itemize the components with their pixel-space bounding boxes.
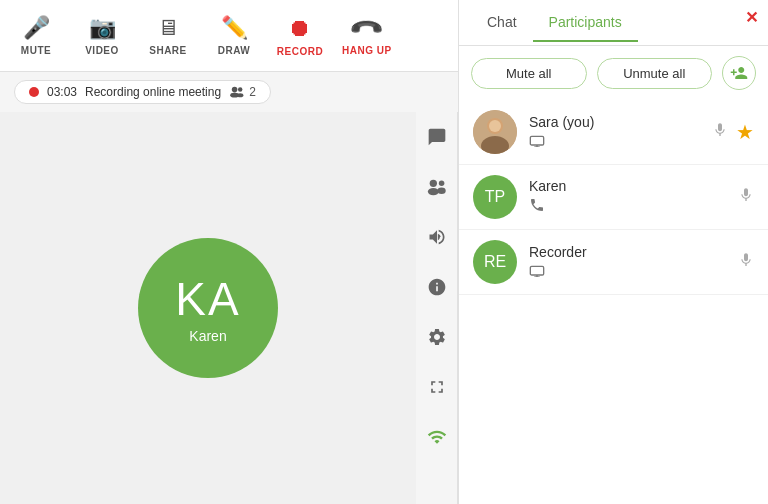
recorder-info: Recorder bbox=[529, 244, 726, 280]
participants-actions: Mute all Unmute all bbox=[459, 46, 768, 100]
record-label: RECORD bbox=[277, 46, 323, 57]
video-area: KA Karen bbox=[0, 112, 416, 504]
recorder-avatar: RE bbox=[473, 240, 517, 284]
avatar-initials: KA bbox=[175, 272, 240, 326]
hangup-label: HANG UP bbox=[342, 45, 392, 56]
svg-point-11 bbox=[489, 120, 501, 132]
share-button[interactable]: 🖥 SHARE bbox=[144, 15, 192, 56]
unmute-all-button[interactable]: Unmute all bbox=[597, 58, 713, 89]
add-person-icon bbox=[730, 64, 748, 82]
recorder-mic-icon bbox=[738, 250, 754, 275]
people-count: 2 bbox=[249, 85, 256, 99]
hangup-icon: 📞 bbox=[348, 9, 385, 46]
sidebar-icons bbox=[416, 112, 458, 504]
avatar-name: Karen bbox=[189, 328, 226, 344]
draw-label: DRAW bbox=[218, 45, 251, 56]
svg-rect-12 bbox=[530, 136, 543, 145]
draw-button[interactable]: ✏️ DRAW bbox=[210, 15, 258, 56]
recording-label: Recording online meeting bbox=[85, 85, 221, 99]
main-avatar: KA Karen bbox=[138, 238, 278, 378]
svg-point-3 bbox=[237, 93, 243, 97]
svg-point-6 bbox=[438, 181, 444, 187]
participant-sara: Sara (you) ★ bbox=[459, 100, 768, 165]
sara-photo bbox=[473, 110, 517, 154]
record-button[interactable]: ⏺ RECORD bbox=[276, 14, 324, 57]
sara-name: Sara (you) bbox=[529, 114, 700, 130]
svg-point-4 bbox=[429, 180, 436, 187]
karen-mic-icon bbox=[738, 185, 754, 210]
sara-info: Sara (you) bbox=[529, 114, 700, 150]
sidebar-megaphone-icon[interactable] bbox=[422, 222, 452, 252]
phone-icon bbox=[529, 197, 545, 213]
svg-rect-15 bbox=[530, 266, 543, 275]
recorder-status bbox=[529, 263, 726, 280]
sara-status bbox=[529, 133, 700, 150]
record-icon: ⏺ bbox=[288, 14, 312, 42]
tab-chat[interactable]: Chat bbox=[471, 4, 533, 42]
karen-name: Karen bbox=[529, 178, 726, 194]
sidebar-wifi-icon[interactable] bbox=[422, 422, 452, 452]
sara-avatar bbox=[473, 110, 517, 154]
monitor-icon-2 bbox=[529, 265, 545, 277]
video-icon: 📷 bbox=[89, 15, 116, 41]
people-icon bbox=[229, 86, 245, 98]
participant-list: Sara (you) ★ TP Karen bbox=[459, 100, 768, 504]
tabs-bar: Chat Participants ✕ bbox=[459, 0, 768, 46]
sidebar-chat-icon[interactable] bbox=[422, 122, 452, 152]
sara-controls: ★ bbox=[712, 120, 754, 145]
sidebar-info-icon[interactable] bbox=[422, 272, 452, 302]
toolbar: 🎤 MUTE 📷 VIDEO 🖥 SHARE ✏️ DRAW ⏺ RECORD … bbox=[0, 0, 458, 72]
video-button[interactable]: 📷 VIDEO bbox=[78, 15, 126, 56]
karen-controls bbox=[738, 185, 754, 210]
left-panel: 🎤 MUTE 📷 VIDEO 🖥 SHARE ✏️ DRAW ⏺ RECORD … bbox=[0, 0, 458, 504]
recording-people: 2 bbox=[229, 85, 256, 99]
karen-avatar: TP bbox=[473, 175, 517, 219]
draw-icon: ✏️ bbox=[221, 15, 248, 41]
mute-button[interactable]: 🎤 MUTE bbox=[12, 15, 60, 56]
sara-mic-icon bbox=[712, 120, 728, 145]
mute-label: MUTE bbox=[21, 45, 51, 56]
svg-point-0 bbox=[232, 87, 238, 93]
video-label: VIDEO bbox=[85, 45, 119, 56]
sara-star: ★ bbox=[736, 120, 754, 144]
close-button[interactable]: ✕ bbox=[745, 8, 758, 27]
hangup-button[interactable]: 📞 HANG UP bbox=[342, 15, 392, 56]
recording-bar: 03:03 Recording online meeting 2 bbox=[14, 80, 271, 104]
sidebar-fullscreen-icon[interactable] bbox=[422, 372, 452, 402]
monitor-icon bbox=[529, 135, 545, 147]
svg-point-7 bbox=[437, 187, 445, 193]
participant-karen: TP Karen bbox=[459, 165, 768, 230]
recorder-name: Recorder bbox=[529, 244, 726, 260]
share-label: SHARE bbox=[149, 45, 187, 56]
karen-status bbox=[529, 197, 726, 216]
karen-info: Karen bbox=[529, 178, 726, 216]
svg-point-5 bbox=[427, 188, 438, 195]
mute-all-button[interactable]: Mute all bbox=[471, 58, 587, 89]
recording-timer: 03:03 bbox=[47, 85, 77, 99]
tab-participants[interactable]: Participants bbox=[533, 4, 638, 42]
participant-recorder: RE Recorder bbox=[459, 230, 768, 295]
sidebar-settings-icon[interactable] bbox=[422, 322, 452, 352]
share-icon: 🖥 bbox=[157, 15, 179, 41]
svg-point-2 bbox=[238, 87, 242, 91]
sidebar-participants-icon[interactable] bbox=[422, 172, 452, 202]
add-participant-button[interactable] bbox=[722, 56, 756, 90]
right-panel: Chat Participants ✕ Mute all Unmute all bbox=[458, 0, 768, 504]
mute-icon: 🎤 bbox=[23, 15, 50, 41]
recording-dot bbox=[29, 87, 39, 97]
recorder-controls bbox=[738, 250, 754, 275]
